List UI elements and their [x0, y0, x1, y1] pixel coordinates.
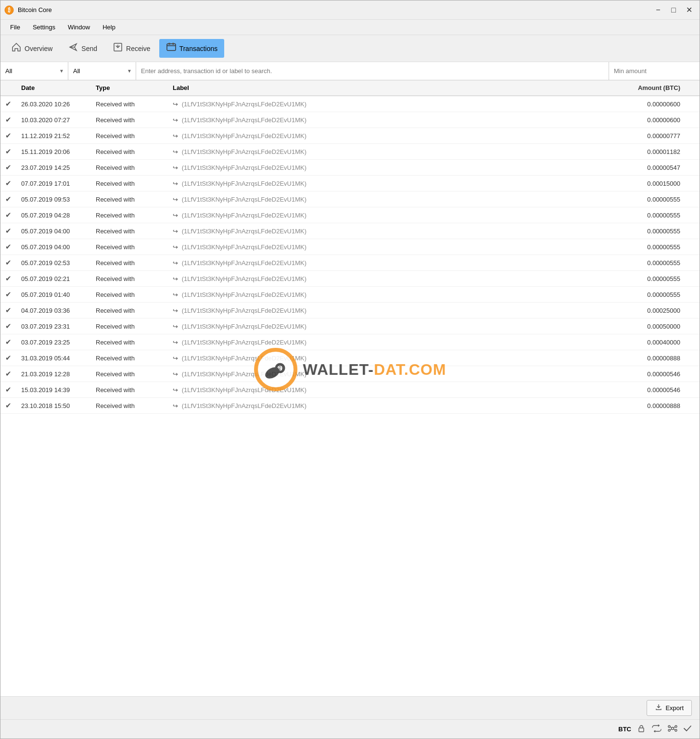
row-type: Received with — [91, 96, 168, 112]
network-icon — [668, 725, 677, 734]
svg-line-15 — [670, 726, 672, 728]
table-row[interactable]: ✔ 05.07.2019 04:00 Received with ↪ (1LfV… — [0, 239, 700, 255]
row-check: ✔ — [0, 207, 16, 223]
label-address: (1LfV1tSt3KNyHpFJnAzrqsLFdeD2EvU1MK) — [182, 259, 306, 267]
row-date: 26.03.2020 10:26 — [16, 96, 91, 112]
overview-icon — [11, 42, 22, 55]
row-type: Received with — [91, 112, 168, 128]
row-date: 05.07.2019 04:00 — [16, 239, 91, 255]
menu-file[interactable]: File — [4, 22, 26, 33]
menu-help[interactable]: Help — [97, 22, 121, 33]
table-row[interactable]: ✔ 10.03.2020 07:27 Received with ↪ (1LfV… — [0, 112, 700, 128]
label-icon: ↪ — [173, 212, 178, 219]
bottom-bar: Export — [0, 696, 700, 719]
window-title: Bitcoin Core — [18, 6, 651, 13]
table-row[interactable]: ✔ 31.03.2019 05:44 Received with ↪ (1LfV… — [0, 350, 700, 366]
row-check: ✔ — [0, 350, 16, 366]
table-row[interactable]: ✔ 05.07.2019 09:53 Received with ↪ (1LfV… — [0, 191, 700, 207]
receive-label: Receive — [126, 45, 151, 52]
label-icon: ↪ — [173, 132, 178, 140]
row-amount: 0.00000600 — [531, 112, 700, 128]
col-header-amount[interactable]: Amount (BTC) — [531, 80, 700, 96]
table-row[interactable]: ✔ 05.07.2019 02:53 Received with ↪ (1LfV… — [0, 255, 700, 271]
row-amount: 0.00050000 — [531, 319, 700, 334]
svg-point-12 — [675, 726, 677, 727]
transactions-button[interactable]: Transactions — [159, 39, 225, 58]
app-icon: ₿ — [4, 5, 14, 15]
row-label: ↪ (1LfV1tSt3KNyHpFJnAzrqsLFdeD2EvU1MK) — [168, 160, 531, 176]
svg-line-18 — [674, 729, 675, 730]
table-row[interactable]: ✔ 03.07.2019 23:25 Received with ↪ (1LfV… — [0, 334, 700, 350]
date-filter[interactable]: All Today This week This month This year… — [68, 65, 136, 76]
close-button[interactable]: ✕ — [682, 4, 696, 16]
row-type: Received with — [91, 287, 168, 303]
overview-button[interactable]: Overview — [4, 39, 59, 58]
row-amount: 0.00000547 — [531, 160, 700, 176]
table-row[interactable]: ✔ 05.07.2019 04:28 Received with ↪ (1LfV… — [0, 207, 700, 223]
col-header-date[interactable]: Date — [16, 80, 91, 96]
row-date: 21.03.2019 12:28 — [16, 366, 91, 382]
export-button[interactable]: Export — [647, 700, 692, 716]
table-row[interactable]: ✔ 05.07.2019 02:21 Received with ↪ (1LfV… — [0, 271, 700, 287]
table-row[interactable]: ✔ 07.07.2019 17:01 Received with ↪ (1LfV… — [0, 176, 700, 191]
table-row[interactable]: ✔ 23.07.2019 14:25 Received with ↪ (1LfV… — [0, 160, 700, 176]
svg-rect-9 — [639, 728, 644, 732]
status-bar: BTC — [0, 719, 700, 739]
table-row[interactable]: ✔ 03.07.2019 23:31 Received with ↪ (1LfV… — [0, 319, 700, 334]
label-address: (1LfV1tSt3KNyHpFJnAzrqsLFdeD2EvU1MK) — [182, 275, 306, 282]
transactions-label: Transactions — [179, 45, 218, 52]
row-label: ↪ (1LfV1tSt3KNyHpFJnAzrqsLFdeD2EvU1MK) — [168, 239, 531, 255]
title-bar: ₿ Bitcoin Core − □ ✕ — [0, 0, 700, 20]
menu-settings[interactable]: Settings — [27, 22, 61, 33]
row-check: ✔ — [0, 334, 16, 350]
table-row[interactable]: ✔ 26.03.2020 10:26 Received with ↪ (1LfV… — [0, 96, 700, 112]
minimize-button[interactable]: − — [651, 4, 665, 16]
label-address: (1LfV1tSt3KNyHpFJnAzrqsLFdeD2EvU1MK) — [182, 402, 306, 409]
type-filter-wrap: All Received Sent Mining Reward ▼ — [0, 62, 68, 80]
row-type: Received with — [91, 239, 168, 255]
row-date: 11.12.2019 21:52 — [16, 128, 91, 144]
row-date: 23.07.2019 14:25 — [16, 160, 91, 176]
table-row[interactable]: ✔ 15.03.2019 14:39 Received with ↪ (1LfV… — [0, 382, 700, 398]
table-row[interactable]: ✔ 05.07.2019 04:00 Received with ↪ (1LfV… — [0, 223, 700, 239]
label-icon: ↪ — [173, 228, 178, 235]
menu-window[interactable]: Window — [62, 22, 96, 33]
table-row[interactable]: ✔ 23.10.2018 15:50 Received with ↪ (1LfV… — [0, 398, 700, 414]
row-type: Received with — [91, 398, 168, 414]
table-row[interactable]: ✔ 21.03.2019 12:28 Received with ↪ (1LfV… — [0, 366, 700, 382]
type-filter[interactable]: All Received Sent Mining Reward — [0, 65, 68, 76]
row-date: 03.07.2019 23:31 — [16, 319, 91, 334]
row-date: 15.11.2019 20:06 — [16, 144, 91, 160]
svg-point-13 — [668, 729, 670, 731]
table-row[interactable]: ✔ 15.11.2019 20:06 Received with ↪ (1LfV… — [0, 144, 700, 160]
svg-rect-5 — [167, 44, 176, 51]
row-check: ✔ — [0, 223, 16, 239]
maximize-button[interactable]: □ — [667, 4, 680, 16]
row-label: ↪ (1LfV1tSt3KNyHpFJnAzrqsLFdeD2EvU1MK) — [168, 255, 531, 271]
row-amount: 0.00025000 — [531, 303, 700, 319]
label-icon: ↪ — [173, 355, 178, 362]
window-controls: − □ ✕ — [651, 4, 696, 16]
receive-button[interactable]: Receive — [106, 39, 157, 58]
row-type: Received with — [91, 223, 168, 239]
filter-bar: All Received Sent Mining Reward ▼ All To… — [0, 62, 700, 80]
minamount-input[interactable] — [609, 62, 700, 80]
svg-line-17 — [670, 729, 672, 730]
row-check: ✔ — [0, 255, 16, 271]
table-row[interactable]: ✔ 11.12.2019 21:52 Received with ↪ (1LfV… — [0, 128, 700, 144]
send-button[interactable]: Send — [61, 39, 104, 58]
label-address: (1LfV1tSt3KNyHpFJnAzrqsLFdeD2EvU1MK) — [182, 307, 306, 314]
col-header-label[interactable]: Label — [168, 80, 531, 96]
table-row[interactable]: ✔ 05.07.2019 01:40 Received with ↪ (1LfV… — [0, 287, 700, 303]
row-amount: 0.00000555 — [531, 255, 700, 271]
table-row[interactable]: ✔ 04.07.2019 03:36 Received with ↪ (1LfV… — [0, 303, 700, 319]
table-scroll[interactable]: Date Type Label Amount (BTC) ✔ 26.03.202… — [0, 80, 700, 414]
label-icon: ↪ — [173, 291, 178, 298]
row-label: ↪ (1LfV1tSt3KNyHpFJnAzrqsLFdeD2EvU1MK) — [168, 191, 531, 207]
row-amount: 0.00000555 — [531, 191, 700, 207]
row-check: ✔ — [0, 319, 16, 334]
row-date: 31.03.2019 05:44 — [16, 350, 91, 366]
col-header-type[interactable]: Type — [91, 80, 168, 96]
search-input[interactable] — [136, 62, 609, 80]
label-address: (1LfV1tSt3KNyHpFJnAzrqsLFdeD2EvU1MK) — [182, 243, 306, 251]
